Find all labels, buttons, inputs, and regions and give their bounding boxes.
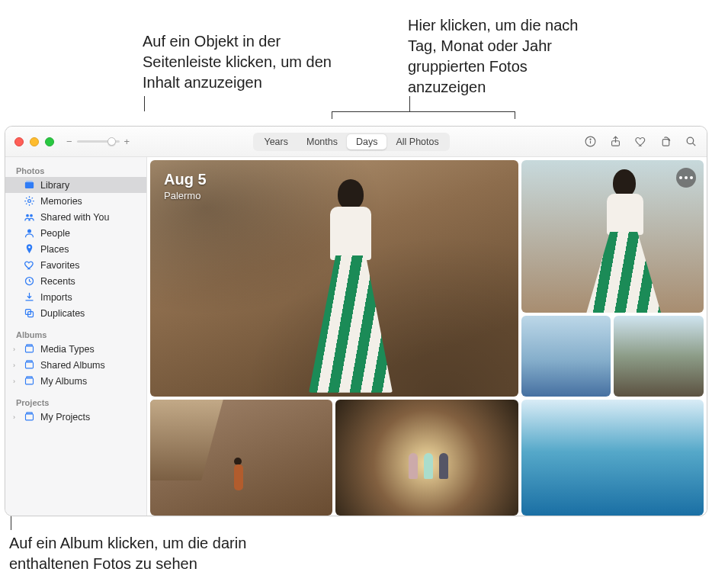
- sidebar-item-label: Shared with You: [40, 212, 109, 223]
- sidebar-item-label: Duplicates: [40, 308, 85, 319]
- svg-rect-22: [27, 377, 33, 378]
- photo-thumbnail[interactable]: [335, 400, 518, 516]
- photo-decoration: [319, 179, 380, 393]
- svg-point-5: [687, 137, 694, 144]
- photo-thumbnail[interactable]: Aug 5 Palermo: [150, 160, 518, 397]
- sidebar-section-photos: Photos: [5, 163, 146, 177]
- more-options-button[interactable]: [676, 168, 696, 188]
- svg-point-12: [27, 230, 31, 233]
- share-icon[interactable]: [609, 135, 622, 148]
- photo-thumbnail[interactable]: [521, 160, 704, 313]
- photo-decoration: [409, 453, 448, 479]
- svg-rect-19: [26, 362, 34, 368]
- album-icon: [24, 375, 35, 387]
- photo-thumbnail[interactable]: [521, 400, 704, 516]
- callout-line: [144, 96, 145, 111]
- album-icon: [24, 359, 35, 371]
- sidebar-item-memories[interactable]: Memories: [5, 193, 146, 209]
- sidebar-section-projects: Projects: [5, 395, 146, 409]
- chevron-right-icon[interactable]: ›: [13, 413, 15, 421]
- photo-decoration: [150, 400, 223, 480]
- zoom-in-label: +: [124, 136, 130, 147]
- svg-rect-8: [26, 181, 33, 182]
- overlay-location: Palermo: [164, 190, 207, 201]
- svg-point-11: [30, 214, 33, 217]
- library-icon: [24, 179, 35, 191]
- callout-line: [409, 96, 410, 111]
- slider-thumb[interactable]: [107, 137, 116, 146]
- album-icon: [24, 411, 35, 423]
- sidebar-item-my-albums[interactable]: › My Albums: [5, 373, 146, 389]
- sidebar-item-label: Places: [40, 244, 69, 255]
- sidebar-item-places[interactable]: Places: [5, 241, 146, 257]
- svg-rect-23: [26, 414, 34, 420]
- slider-track[interactable]: [77, 140, 120, 143]
- sidebar: Photos Library Memories Shared with You: [5, 157, 147, 516]
- sidebar-item-library[interactable]: Library: [5, 177, 146, 193]
- sidebar-item-my-projects[interactable]: › My Projects: [5, 409, 146, 425]
- sidebar-item-label: Memories: [40, 196, 82, 207]
- close-window-button[interactable]: [14, 137, 24, 146]
- zoom-window-button[interactable]: [45, 137, 54, 146]
- sidebar-item-label: Favorites: [40, 260, 79, 271]
- sidebar-section-albums: Albums: [5, 327, 146, 341]
- sidebar-item-duplicates[interactable]: Duplicates: [5, 305, 146, 321]
- places-icon: [24, 243, 35, 255]
- photo-decoration: [234, 464, 243, 490]
- sidebar-item-label: My Albums: [40, 376, 87, 387]
- album-icon: [24, 343, 35, 355]
- photo-grid: Aug 5 Palermo: [147, 157, 707, 516]
- rotate-icon[interactable]: [659, 135, 672, 148]
- imports-icon: [24, 291, 35, 303]
- photo-decoration: [598, 169, 651, 313]
- sidebar-item-imports[interactable]: Imports: [5, 289, 146, 305]
- info-icon[interactable]: [584, 135, 597, 148]
- photo-thumbnail[interactable]: [150, 400, 332, 516]
- svg-point-13: [28, 246, 30, 249]
- svg-rect-20: [27, 361, 33, 362]
- photo-thumbnail[interactable]: [614, 316, 704, 397]
- recents-icon: [24, 275, 35, 287]
- callout-tabs-text: Hier klicken, um die nach Tag, Monat ode…: [408, 15, 598, 98]
- people-icon: [24, 227, 35, 239]
- tab-days[interactable]: Days: [347, 134, 386, 149]
- svg-rect-17: [26, 346, 34, 352]
- zoom-out-label: −: [66, 136, 72, 147]
- svg-line-6: [693, 143, 696, 146]
- minimize-window-button[interactable]: [30, 137, 39, 146]
- sidebar-item-label: Recents: [40, 276, 75, 287]
- chevron-right-icon[interactable]: ›: [13, 378, 15, 385]
- favorite-icon[interactable]: [634, 135, 647, 148]
- sidebar-item-people[interactable]: People: [5, 225, 146, 241]
- window-titlebar: − + Years Months Days All Photos: [5, 127, 707, 157]
- tab-years[interactable]: Years: [255, 134, 297, 149]
- callout-bracket: [515, 111, 515, 119]
- photos-app-window: − + Years Months Days All Photos: [5, 126, 707, 516]
- window-controls: [14, 137, 54, 146]
- chevron-right-icon[interactable]: ›: [13, 361, 15, 369]
- callout-bracket: [332, 111, 332, 119]
- shared-icon: [24, 211, 35, 223]
- photo-thumbnail[interactable]: [521, 316, 611, 397]
- thumbnail-zoom-slider[interactable]: − +: [66, 136, 130, 147]
- toolbar-actions: [584, 135, 698, 148]
- sidebar-item-shared-albums[interactable]: › Shared Albums: [5, 357, 146, 373]
- tab-months[interactable]: Months: [297, 134, 347, 149]
- sidebar-item-favorites[interactable]: Favorites: [5, 257, 146, 273]
- callout-bracket: [332, 111, 515, 112]
- sidebar-item-media-types[interactable]: › Media Types: [5, 341, 146, 357]
- sidebar-item-label: Media Types: [40, 344, 95, 355]
- memories-icon: [24, 195, 35, 207]
- sidebar-item-shared-with-you[interactable]: Shared with You: [5, 209, 146, 225]
- sidebar-item-recents[interactable]: Recents: [5, 273, 146, 289]
- svg-rect-7: [25, 182, 34, 188]
- search-icon[interactable]: [685, 135, 698, 148]
- date-overlay: Aug 5 Palermo: [164, 171, 207, 201]
- callout-sidebar-text: Auf ein Objekt in der Seitenleiste klick…: [143, 31, 341, 93]
- sidebar-item-label: Library: [40, 180, 69, 191]
- callout-album-text: Auf ein Album klicken, um die darin enth…: [9, 533, 329, 574]
- sidebar-item-label: My Projects: [40, 412, 90, 423]
- chevron-right-icon[interactable]: ›: [13, 345, 15, 353]
- sidebar-item-label: Shared Albums: [40, 360, 105, 371]
- tab-all-photos[interactable]: All Photos: [386, 134, 447, 149]
